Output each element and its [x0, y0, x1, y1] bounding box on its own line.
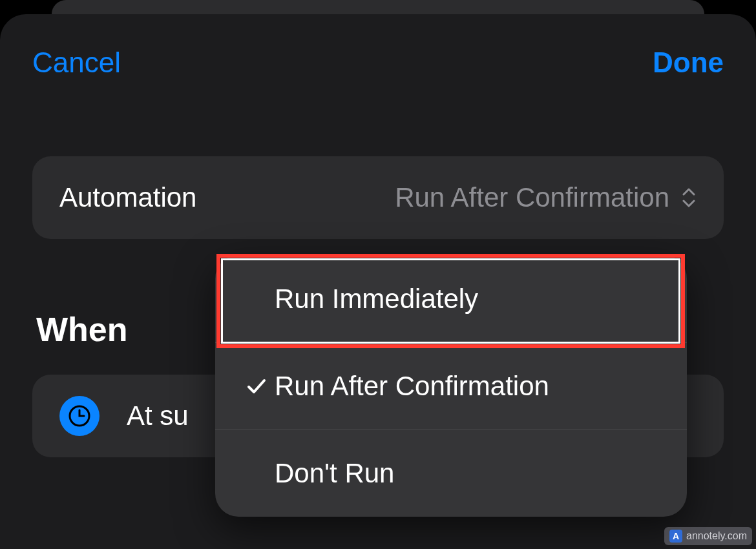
automation-label: Automation [59, 182, 196, 213]
clock-icon [59, 396, 100, 436]
automation-row-group: Automation Run After Confirmation [32, 156, 724, 239]
done-button[interactable]: Done [653, 47, 724, 79]
dropdown-option-label: Don't Run [275, 458, 394, 489]
when-trigger-text: At su [127, 400, 189, 431]
checkmark-icon [241, 375, 272, 397]
dropdown-option-run-after-confirmation[interactable]: Run After Confirmation [215, 342, 687, 430]
dropdown-option-run-immediately[interactable]: Run Immediately [215, 255, 687, 342]
up-down-chevron-icon [681, 188, 697, 207]
automation-value-wrap: Run After Confirmation [196, 182, 697, 213]
automation-row[interactable]: Automation Run After Confirmation [32, 156, 724, 239]
annotely-watermark: A annotely.com [664, 527, 752, 545]
dropdown-option-dont-run[interactable]: Don't Run [215, 430, 687, 517]
dropdown-option-label: Run After Confirmation [275, 371, 549, 402]
automation-dropdown-popover: Run Immediately Run After Confirmation D… [215, 255, 687, 517]
cancel-button[interactable]: Cancel [32, 47, 121, 79]
automation-value: Run After Confirmation [395, 182, 669, 213]
dropdown-option-label: Run Immediately [275, 284, 478, 315]
watermark-text: annotely.com [686, 530, 747, 542]
annotely-logo-icon: A [669, 530, 682, 543]
sheet-header: Cancel Done [32, 47, 724, 79]
background-sheet-hint [52, 0, 704, 14]
